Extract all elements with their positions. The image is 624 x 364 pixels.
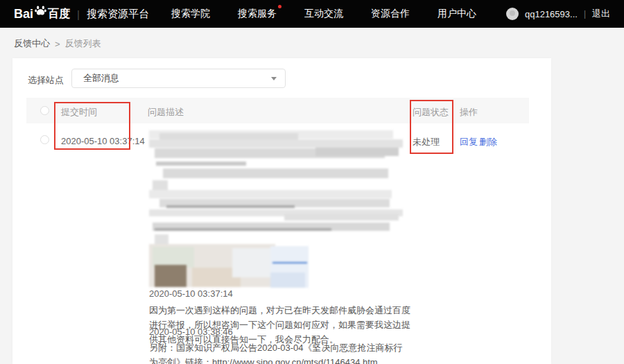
username-text[interactable]: qq1216593... — [525, 9, 578, 19]
site-filter-label: 选择站点 — [28, 74, 64, 87]
col-header-actions: 操作 — [460, 106, 478, 119]
reply-button[interactable]: 回复 — [460, 136, 478, 148]
redacted-bar — [155, 234, 168, 244]
redacted-bar — [166, 205, 295, 208]
site-filter-value: 全部消息 — [83, 72, 119, 85]
redacted-link-line — [272, 262, 307, 263]
redacted-bar — [155, 228, 331, 231]
annotation-box-submit-time — [54, 102, 130, 150]
notification-dot-icon — [278, 5, 281, 8]
nav-item-search-service-label: 搜索服务 — [238, 8, 277, 19]
nav-menu: 搜索学院 搜索服务 互动交流 资源合作 用户中心 — [171, 8, 476, 20]
redacted-bar — [156, 162, 246, 166]
redacted-bar — [315, 148, 399, 156]
message-text: 另附：国家知识产权局公告2020-03-04《坚决向恶意抢注商标行为亮剑》链接：… — [149, 340, 411, 364]
baidu-paw-icon — [34, 4, 47, 20]
redacted-bar — [163, 168, 388, 178]
col-header-description: 问题描述 — [148, 106, 184, 119]
nav-user-area: qq1216593... | 退出 — [506, 8, 610, 20]
breadcrumb-feedback-center[interactable]: 反馈中心 — [14, 37, 50, 50]
message-timestamp: 2020-05-10 03:37:14 — [149, 288, 233, 299]
message-timestamp: 2020-05-10 03:38:46 — [149, 327, 233, 337]
breadcrumb: 反馈中心 > 反馈列表 — [14, 37, 101, 50]
logo-text-du: 百度 — [48, 7, 70, 21]
nav-item-user-center[interactable]: 用户中心 — [437, 8, 476, 20]
redacted-description-image — [149, 130, 407, 287]
page: Bai 百度 | 搜索资源平台 搜索学院 搜索服务 互动交流 资源合作 — [0, 0, 624, 364]
user-divider: | — [584, 9, 586, 19]
nav-divider: | — [77, 8, 80, 20]
row-checkbox[interactable] — [40, 135, 49, 144]
platform-title[interactable]: 搜索资源平台 — [87, 8, 149, 21]
nav-item-search-academy[interactable]: 搜索学院 — [171, 8, 210, 20]
breadcrumb-separator: > — [55, 39, 60, 49]
redacted-image-patch — [270, 272, 305, 288]
baidu-logo[interactable]: Bai 百度 — [14, 4, 70, 24]
delete-button[interactable]: 删除 — [479, 136, 497, 148]
nav-item-interaction[interactable]: 互动交流 — [304, 8, 343, 20]
logo-text-bai: Bai — [14, 7, 33, 21]
select-all-checkbox[interactable] — [40, 106, 49, 115]
top-nav: Bai 百度 | 搜索资源平台 搜索学院 搜索服务 互动交流 资源合作 — [0, 0, 624, 28]
redacted-image-patch — [155, 265, 187, 287]
logout-button[interactable]: 退出 — [592, 8, 610, 20]
chevron-down-icon — [271, 77, 277, 80]
nav-item-resource-coop[interactable]: 资源合作 — [371, 8, 410, 20]
nav-item-search-service[interactable]: 搜索服务 — [238, 8, 277, 20]
redacted-bar — [149, 139, 403, 148]
user-avatar[interactable] — [506, 8, 519, 20]
breadcrumb-feedback-list: 反馈列表 — [65, 37, 101, 50]
redacted-image-patch — [232, 248, 275, 277]
redacted-bar — [284, 214, 399, 220]
annotation-box-status — [410, 100, 453, 154]
site-filter-select[interactable]: 全部消息 — [71, 69, 286, 88]
redacted-bar — [149, 190, 392, 198]
